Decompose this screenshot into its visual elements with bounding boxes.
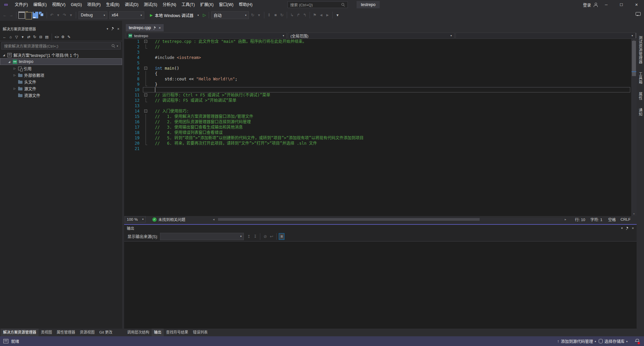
code-line[interactable]: 4#include <iostream> bbox=[124, 55, 631, 60]
menu-item[interactable]: 分析(N) bbox=[160, 0, 179, 9]
scope-dropdown[interactable]: (全局范围) ▾ bbox=[288, 32, 454, 39]
code-line[interactable]: 20// 6. 将来，若要再次打开此项目，请转到“文件”>“打开”>“项目”并选… bbox=[124, 141, 631, 146]
window-position-icon[interactable]: ▾ bbox=[107, 27, 108, 30]
notifications-button[interactable] bbox=[635, 339, 639, 344]
code-line[interactable]: 2// bbox=[124, 44, 631, 50]
menu-item[interactable]: 项目(P) bbox=[85, 0, 103, 9]
right-tab[interactable]: 工具箱 bbox=[638, 70, 643, 86]
code-line[interactable]: 8 std::cout << "Hello World!\n"; bbox=[124, 76, 631, 82]
document-tab-testrepo-cpp[interactable]: testrepo.cpp × bbox=[126, 24, 164, 31]
line-ending-indicator[interactable]: CRLF bbox=[621, 216, 631, 223]
toolbar-options-icon[interactable]: ▾ bbox=[335, 12, 340, 18]
bottom-panel-tab-0[interactable]: 调用层次结构 bbox=[125, 329, 152, 336]
document-health-indicator[interactable]: ✓ 未找到相关问题 bbox=[152, 216, 185, 223]
tree-item[interactable]: 资源文件 bbox=[0, 92, 122, 98]
menu-item[interactable]: 生成(B) bbox=[103, 0, 122, 9]
next-message-icon[interactable]: ↧ bbox=[252, 233, 258, 240]
menu-item[interactable]: 工具(T) bbox=[179, 0, 197, 9]
editor-vertical-scrollbar[interactable]: ▲ ▼ bbox=[631, 39, 637, 216]
show-all-files-icon[interactable]: ▤ bbox=[44, 33, 49, 40]
code-line[interactable]: 21 bbox=[124, 146, 631, 151]
member-dropdown[interactable]: ▾ bbox=[455, 32, 636, 39]
solution-configuration-dropdown[interactable]: Debug ▾ bbox=[78, 11, 107, 19]
background-tasks-icon[interactable] bbox=[3, 339, 8, 343]
home-icon[interactable]: ⌂ bbox=[8, 33, 13, 40]
user-profile-icon[interactable] bbox=[593, 3, 598, 7]
refresh-icon[interactable]: ↻ bbox=[32, 33, 37, 40]
solution-explorer-search-box[interactable]: 搜索解决方案资源管理器(Ctrl+;) ▾ bbox=[1, 42, 121, 50]
next-bookmark-icon[interactable]: ► bbox=[325, 12, 330, 18]
window-position-icon[interactable]: ▾ bbox=[621, 226, 623, 230]
tree-item[interactable]: ◢解决方案“testrepo”(1 个项目/共 1 个) bbox=[0, 52, 122, 58]
menu-item[interactable]: Git(G) bbox=[68, 0, 85, 9]
close-icon[interactable]: × bbox=[159, 26, 161, 30]
tree-item[interactable]: ◢testrepo bbox=[0, 58, 122, 65]
start-without-debugging-icon[interactable]: ▷ bbox=[202, 12, 207, 18]
output-panel-header[interactable]: 输出 ▾ × bbox=[124, 225, 637, 231]
code-line[interactable]: 11-// 运行程序: Ctrl + F5 或调试 >“开始执行(不调试)”菜单 bbox=[124, 92, 631, 98]
redo-icon[interactable]: ↷ bbox=[62, 12, 67, 18]
hot-reload-dropdown-icon[interactable]: ▾ bbox=[256, 12, 262, 18]
previous-message-icon[interactable]: ↥ bbox=[246, 233, 252, 240]
solution-explorer-header[interactable]: 解决方案资源管理器 ▾ × bbox=[0, 25, 122, 32]
back-icon[interactable]: ← bbox=[2, 12, 8, 18]
sync-with-active-document-icon[interactable]: ⇄ bbox=[26, 33, 31, 40]
split-window-handle[interactable] bbox=[636, 33, 636, 38]
scroll-down-icon[interactable]: ▼ bbox=[631, 212, 637, 216]
restart-icon[interactable]: ↻ bbox=[279, 12, 285, 18]
code-editor[interactable]: 1-// testrepo.cpp : 此文件包含 "main" 函数。程序执行… bbox=[124, 39, 631, 216]
fold-margin[interactable]: - bbox=[143, 109, 149, 114]
tree-item[interactable]: ▷引用 bbox=[0, 65, 122, 72]
save-all-icon[interactable] bbox=[39, 12, 45, 18]
clear-all-icon[interactable]: ⊘ bbox=[262, 233, 268, 240]
zoom-dropdown[interactable]: 100 % ▾ bbox=[125, 216, 146, 222]
view-code-icon[interactable]: <> bbox=[54, 33, 59, 40]
code-line[interactable]: 19// 5. 转到“项目”>“添加新项”以创建新的代码文件，或转到“项目”>“… bbox=[124, 135, 631, 141]
tree-collapsed-arrow-icon[interactable]: ▷ bbox=[13, 74, 16, 77]
output-source-dropdown[interactable]: ▾ bbox=[160, 233, 244, 240]
menu-item[interactable]: 扩展(X) bbox=[198, 0, 216, 9]
editor-horizontal-scrollbar[interactable] bbox=[218, 218, 563, 221]
line-indicator[interactable]: 行: 10 bbox=[575, 216, 585, 223]
stop-icon[interactable]: ■ bbox=[273, 12, 278, 18]
bottom-panel-tab-3[interactable]: 错误列表 bbox=[191, 329, 210, 336]
code-line[interactable]: 16// 2. 使用团队资源管理器窗口连接到源代码管理 bbox=[124, 119, 631, 125]
filter-icon[interactable]: ▽ bbox=[14, 33, 19, 40]
undo-icon[interactable]: ↶ bbox=[49, 12, 55, 18]
tree-collapsed-arrow-icon[interactable]: ▷ bbox=[13, 87, 16, 90]
left-panel-tab-3[interactable]: 资源视图 bbox=[77, 329, 97, 336]
new-project-icon[interactable] bbox=[18, 11, 25, 19]
left-panel-tab-4[interactable]: Git 更改 bbox=[97, 329, 115, 336]
start-debugging-button[interactable]: ▶ 本地 Windows 调试器 ▾ bbox=[147, 11, 202, 19]
close-button[interactable]: ✕ bbox=[629, 0, 644, 9]
toggle-auto-scroll-icon[interactable]: ≡ bbox=[279, 233, 284, 240]
bookmark-icon[interactable]: ⚑ bbox=[312, 12, 318, 18]
send-feedback-icon[interactable] bbox=[636, 12, 641, 17]
code-line[interactable]: 18// 4. 使用错误列表窗口查看错误 bbox=[124, 130, 631, 135]
menu-item[interactable]: 帮助(H) bbox=[236, 0, 255, 9]
maximize-button[interactable]: ☐ bbox=[614, 0, 629, 9]
code-line[interactable]: 6-int main() bbox=[124, 66, 631, 71]
code-line[interactable]: 10 bbox=[124, 87, 631, 92]
tree-item[interactable]: ▷外部依赖项 bbox=[0, 72, 122, 78]
forward-icon[interactable]: → bbox=[8, 12, 14, 18]
fold-margin[interactable]: - bbox=[143, 39, 149, 44]
code-line[interactable]: 1-// testrepo.cpp : 此文件包含 "main" 函数。程序执行… bbox=[124, 39, 631, 44]
fold-margin[interactable]: - bbox=[143, 92, 149, 98]
spaces-indicator[interactable]: 空格 bbox=[608, 216, 616, 223]
code-line[interactable]: 14-// 入门使用技巧: bbox=[124, 109, 631, 114]
step-into-icon[interactable]: ↳ bbox=[289, 12, 295, 18]
column-indicator[interactable]: 字符: 1 bbox=[590, 216, 602, 223]
code-line[interactable]: 9} bbox=[124, 82, 631, 87]
step-out-icon[interactable]: ↰ bbox=[302, 12, 308, 18]
tree-item[interactable]: 头文件 bbox=[0, 78, 122, 85]
code-line[interactable]: 17// 3. 使用输出窗口查看生成输出和其他消息 bbox=[124, 125, 631, 130]
code-line[interactable]: 12// 调试程序: F5 或调试 >“开始调试”菜单 bbox=[124, 98, 631, 103]
tree-collapsed-arrow-icon[interactable]: ▷ bbox=[13, 67, 16, 70]
collapse-icon[interactable]: - bbox=[144, 67, 147, 70]
menu-item[interactable]: 文件(F) bbox=[12, 0, 31, 9]
break-all-icon[interactable]: ‖ bbox=[266, 12, 272, 18]
code-line[interactable]: 5 bbox=[124, 60, 631, 66]
pin-icon[interactable] bbox=[111, 27, 114, 30]
close-icon[interactable]: × bbox=[632, 226, 634, 230]
